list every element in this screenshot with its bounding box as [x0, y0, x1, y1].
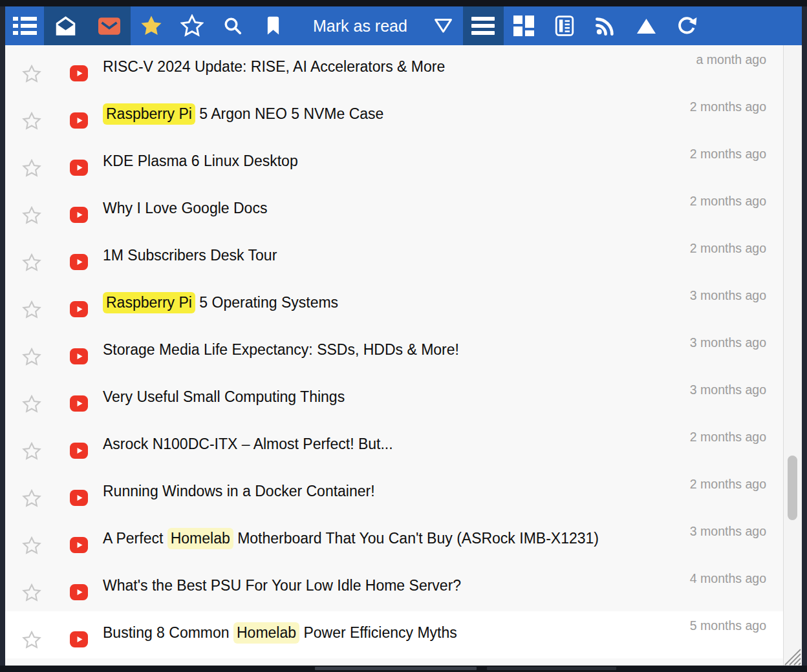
item-title[interactable]: Why I Love Google Docs: [103, 198, 648, 218]
feed-item-row[interactable]: KDE Plasma 6 Linux Desktop 2 months ago: [5, 140, 784, 187]
dashboard-grid-icon: [513, 16, 534, 36]
feed-item-row[interactable]: Busting 8 Common Homelab Power Efficienc…: [5, 611, 784, 658]
bookmark-icon: [266, 16, 281, 36]
feed-item-row[interactable]: Asrock N100DC-ITX – Almost Perfect! But.…: [5, 423, 784, 470]
star-toggle-icon[interactable]: [22, 489, 41, 508]
item-age: a month ago: [696, 52, 766, 67]
item-title[interactable]: Asrock N100DC-ITX – Almost Perfect! But.…: [103, 434, 648, 454]
reader-view-button[interactable]: [544, 6, 585, 45]
mail-unread-icon: [98, 17, 120, 35]
window-frame-top: [0, 0, 807, 6]
window-frame-bottom: [0, 666, 807, 672]
menu-button[interactable]: [463, 6, 504, 45]
youtube-icon: [70, 301, 88, 317]
feed-item-row[interactable]: A Perfect Homelab Motherboard That You C…: [5, 517, 784, 564]
item-title[interactable]: Storage Media Life Expectancy: SSDs, HDD…: [103, 340, 648, 359]
card-layout-button[interactable]: [504, 6, 544, 45]
item-age: 3 months ago: [690, 524, 766, 539]
star-outline-icon: [180, 14, 204, 37]
feed-item-row[interactable]: RISC-V 2024 Update: RISE, AI Accelerator…: [5, 45, 784, 92]
star-filled-icon: [140, 14, 163, 37]
star-toggle-icon[interactable]: [22, 65, 41, 83]
item-title[interactable]: A Perfect Homelab Motherboard That You C…: [103, 529, 648, 548]
youtube-icon: [70, 490, 88, 506]
item-age: 3 months ago: [690, 383, 766, 397]
item-age: 2 months ago: [690, 241, 766, 256]
youtube-icon: [70, 443, 88, 459]
feed-item-row[interactable]: 1M Subscribers Desk Tour 2 months ago: [5, 234, 784, 281]
item-title[interactable]: Raspberry Pi 5 Argon NEO 5 NVMe Case: [103, 104, 648, 123]
item-title[interactable]: Busting 8 Common Homelab Power Efficienc…: [103, 623, 648, 642]
rss-icon: [596, 16, 615, 36]
youtube-icon: [70, 395, 88, 412]
item-age: 5 months ago: [690, 618, 766, 633]
star-toggle-icon[interactable]: [22, 536, 41, 555]
youtube-icon: [70, 537, 88, 553]
scroll-top-button[interactable]: [626, 6, 667, 45]
youtube-icon: [70, 65, 88, 81]
scrollbar-track[interactable]: [783, 45, 802, 666]
feed-list-panel: RISC-V 2024 Update: RISE, AI Accelerator…: [5, 45, 802, 666]
search-button[interactable]: [212, 6, 253, 45]
item-age: 3 months ago: [690, 335, 766, 350]
refresh-button[interactable]: [667, 6, 707, 45]
item-age: 4 months ago: [690, 571, 766, 586]
feed-item-row[interactable]: Very Useful Small Computing Things 3 mon…: [5, 375, 784, 423]
triangle-up-icon: [636, 18, 656, 34]
mark-as-read-button[interactable]: Mark as read: [294, 6, 424, 45]
filter-button[interactable]: [424, 6, 463, 45]
bookmark-button[interactable]: [253, 6, 294, 45]
feed-list: RISC-V 2024 Update: RISE, AI Accelerator…: [5, 45, 784, 658]
star-toggle-icon[interactable]: [22, 206, 41, 225]
feed-item-row[interactable]: Raspberry Pi 5 Argon NEO 5 NVMe Case 2 m…: [5, 92, 784, 140]
funnel-down-icon: [433, 17, 453, 35]
star-toggle-icon[interactable]: [22, 395, 41, 414]
youtube-icon: [70, 348, 88, 364]
youtube-icon: [70, 631, 88, 647]
star-toggle-icon[interactable]: [22, 253, 41, 272]
resize-grip-icon: [780, 645, 801, 666]
star-toggle-icon[interactable]: [22, 300, 41, 319]
star-toggle-icon[interactable]: [22, 112, 41, 131]
item-title[interactable]: Very Useful Small Computing Things: [103, 387, 648, 406]
list-view-icon: [13, 17, 37, 35]
mark-read-mail-button[interactable]: [44, 6, 87, 45]
star-toggle-icon[interactable]: [22, 442, 41, 461]
item-age: 2 months ago: [690, 477, 766, 492]
feed-item-row[interactable]: Storage Media Life Expectancy: SSDs, HDD…: [5, 328, 784, 375]
mail-filter-group: [44, 6, 131, 45]
starred-button[interactable]: [131, 6, 171, 45]
youtube-icon: [70, 207, 88, 223]
app-window: Mark as read: [5, 6, 802, 666]
main-toolbar: Mark as read: [5, 6, 802, 45]
star-toggle-icon[interactable]: [22, 159, 41, 178]
list-view-button[interactable]: [5, 6, 44, 45]
item-title[interactable]: What's the Best PSU For Your Low Idle Ho…: [103, 576, 648, 595]
item-title[interactable]: 1M Subscribers Desk Tour: [103, 246, 648, 265]
youtube-icon: [70, 584, 88, 600]
item-title[interactable]: Raspberry Pi 5 Operating Systems: [103, 293, 648, 312]
refresh-icon: [676, 16, 697, 36]
star-toggle-icon[interactable]: [22, 583, 41, 602]
search-icon: [223, 16, 242, 36]
feed-item-row[interactable]: Raspberry Pi 5 Operating Systems 3 month…: [5, 281, 784, 328]
item-title[interactable]: RISC-V 2024 Update: RISE, AI Accelerator…: [103, 57, 648, 76]
star-toggle-icon[interactable]: [22, 348, 41, 366]
item-title[interactable]: KDE Plasma 6 Linux Desktop: [103, 151, 648, 171]
mail-open-icon: [54, 16, 77, 36]
item-age: 2 months ago: [690, 194, 766, 209]
feed-item-row[interactable]: Running Windows in a Docker Container! 2…: [5, 470, 784, 517]
feeds-button[interactable]: [585, 6, 626, 45]
item-title[interactable]: Running Windows in a Docker Container!: [103, 481, 648, 501]
resize-grip[interactable]: [780, 645, 801, 666]
feed-item-row[interactable]: What's the Best PSU For Your Low Idle Ho…: [5, 564, 784, 611]
feed-item-row[interactable]: Why I Love Google Docs 2 months ago: [5, 187, 784, 234]
star-toggle-icon[interactable]: [22, 631, 41, 649]
scrollbar-thumb[interactable]: [788, 456, 797, 520]
clipped-content-fragment: [315, 667, 477, 670]
unstarred-button[interactable]: [171, 6, 212, 45]
youtube-icon: [70, 160, 88, 176]
item-age: 3 months ago: [690, 288, 766, 303]
unread-mail-button[interactable]: [87, 6, 131, 45]
item-age: 2 months ago: [690, 100, 766, 114]
